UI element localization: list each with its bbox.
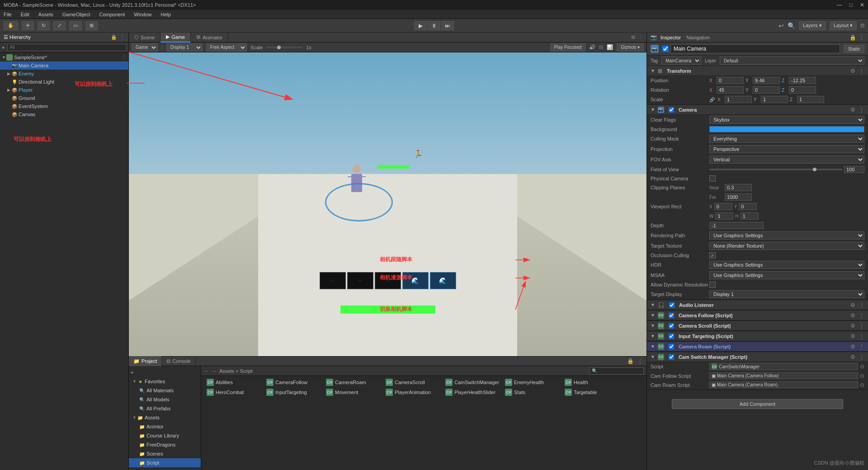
physical-camera-toggle[interactable] (709, 175, 716, 182)
play-focused-btn[interactable]: Play Focused (550, 43, 586, 52)
tree-animtor[interactable]: 📁 Animtor (129, 422, 201, 431)
hdr-select[interactable]: Use Graphics Settings (709, 261, 864, 269)
occlusion-toggle[interactable]: ✓ (709, 252, 716, 258)
cr-settings-icon[interactable]: ⚙ (850, 343, 855, 350)
game-view-select[interactable]: Game (132, 43, 158, 52)
it-settings-icon[interactable]: ⚙ (850, 333, 855, 339)
cam-follow-field[interactable]: ▣ Main Camera (Camera Follow) (709, 372, 858, 379)
scale-tool-btn[interactable]: ⤢ (53, 21, 66, 30)
menu-edit[interactable]: Edit (19, 12, 31, 17)
display-select[interactable]: Display 1 (166, 43, 203, 52)
menu-gameobject[interactable]: GameObject (61, 12, 92, 17)
layer-select[interactable]: Default (720, 56, 864, 65)
hierarchy-item-ground[interactable]: 📦 Ground (0, 94, 128, 102)
cam-switch-header[interactable]: ▼ C# Cam Switch Manager (Script) ⚙ ⋮ (647, 352, 868, 362)
script-ref-field[interactable]: C# CamSwitchManager (709, 363, 858, 370)
view-lock-icon[interactable]: ⊞ (631, 34, 635, 40)
close-btn[interactable]: ✕ (860, 2, 864, 8)
inspector-more-icon[interactable]: ⋮ (859, 34, 864, 41)
rot-z-input[interactable] (789, 86, 816, 94)
camera-roam-header[interactable]: ▼ C# Camera Roam (Script) ⚙ ⋮ (647, 342, 868, 352)
back-icon[interactable]: ← (204, 368, 209, 374)
hierarchy-add-btn[interactable]: + (2, 45, 5, 50)
cf-settings-icon[interactable]: ⚙ (850, 312, 855, 319)
static-button[interactable]: Static (844, 45, 864, 53)
bottom-more-icon[interactable]: ⋮ (637, 358, 643, 364)
hierarchy-item-main-camera[interactable]: 📷 Main Camera (0, 61, 128, 70)
script-abilities[interactable]: C# Abilities (205, 378, 264, 387)
hierarchy-item-directional-light[interactable]: 💡 Directional Light (0, 78, 128, 86)
clear-flags-select[interactable]: Skybox (709, 116, 864, 124)
tree-freedragons[interactable]: 📁 FreeDragons (129, 440, 201, 449)
script-camera-follow[interactable]: C# CameraFollow (264, 378, 323, 387)
audio-settings-icon[interactable]: ⚙ (850, 302, 855, 308)
project-add-btn[interactable]: + (129, 368, 201, 377)
depth-input[interactable] (709, 222, 764, 229)
bottom-lock-icon[interactable]: 🔒 (627, 358, 634, 364)
transform-header[interactable]: ▼ ⊞ Transform ⚙ ⋮ (647, 66, 868, 76)
layers-dropdown[interactable]: Layers ▾ (799, 21, 826, 30)
cs-more-icon[interactable]: ⋮ (859, 323, 864, 329)
undo-icon[interactable]: ↩ (778, 22, 784, 29)
rot-x-input[interactable] (717, 86, 744, 94)
window-controls[interactable]: — □ ✕ (837, 2, 864, 8)
minimize-btn[interactable]: — (837, 2, 842, 8)
audio-icon[interactable]: 🔊 (589, 44, 595, 50)
audio-listener-toggle[interactable] (669, 302, 675, 308)
menu-assets[interactable]: Assets (37, 12, 55, 17)
script-health[interactable]: C# Health (563, 378, 622, 387)
hierarchy-search-input[interactable] (7, 44, 127, 51)
script-camera-scroll[interactable]: C# CameraScroll (384, 378, 443, 387)
cs-settings-icon[interactable]: ⚙ (850, 323, 855, 329)
tag-select[interactable]: MainCamera (661, 56, 701, 65)
script-input-targeting[interactable]: C# InputTargeting (264, 388, 323, 397)
tree-script[interactable]: 📁 Script (129, 458, 201, 467)
aspect-select[interactable]: Free Aspect (206, 43, 247, 52)
audio-more-icon[interactable]: ⋮ (859, 302, 864, 308)
hierarchy-item-enemy[interactable]: ▶ 📦 Enemy (0, 70, 128, 78)
script-ref-target-icon[interactable]: ⊙ (860, 363, 864, 370)
hierarchy-more-icon[interactable]: ⋮ (120, 34, 125, 40)
object-active-toggle[interactable] (662, 46, 669, 52)
csm-settings-icon[interactable]: ⚙ (850, 354, 855, 360)
script-targetable[interactable]: C# Targetable (563, 388, 622, 397)
transform-more-icon[interactable]: ⋮ (859, 68, 864, 74)
pos-x-input[interactable] (717, 77, 744, 84)
script-player-health-slider[interactable]: C# PlayerHealthSlider (443, 388, 502, 397)
cr-more-icon[interactable]: ⋮ (859, 343, 864, 350)
script-stats[interactable]: C# Stats (503, 388, 562, 397)
hierarchy-item-player[interactable]: ▶ 📦 Player (0, 86, 128, 94)
cam-roam-target-icon[interactable]: ⊙ (860, 382, 864, 388)
forward-icon[interactable]: → (212, 368, 217, 374)
menu-file[interactable]: File (2, 12, 14, 17)
rendering-path-select[interactable]: Use Graphics Settings (709, 231, 864, 240)
camera-follow-header[interactable]: ▼ C# Camera Follow (Script) ⚙ ⋮ (647, 310, 868, 320)
scene-more-icon[interactable]: ⋮ (122, 55, 127, 61)
move-tool-btn[interactable]: ✛ (22, 21, 34, 30)
tree-favorites[interactable]: ▼ ★ Favorites (129, 377, 201, 386)
projection-select[interactable]: Perspective (709, 145, 864, 153)
pos-z-input[interactable] (789, 77, 816, 84)
script-cam-switch[interactable]: C# CamSwitchManager (443, 378, 502, 387)
vp-y-input[interactable] (739, 203, 757, 210)
scale-x-input[interactable] (725, 96, 752, 103)
scale-slider[interactable] (266, 47, 302, 48)
tab-animator[interactable]: ⚙ Animator (191, 33, 228, 42)
object-name-input[interactable] (670, 44, 840, 53)
camera-header[interactable]: ▼ 📷 Camera ⚙ ⋮ (647, 105, 868, 115)
step-button[interactable]: ⏭ (441, 21, 454, 30)
rect-tool-btn[interactable]: ▭ (69, 21, 82, 30)
camera-settings-icon[interactable]: ⚙ (850, 107, 855, 113)
msaa-select[interactable]: Use Graphics Settings (709, 271, 864, 279)
tab-console[interactable]: ⊟ Console (162, 356, 195, 366)
audio-listener-header[interactable]: ▼ 🎧 Audio Listener ⚙ ⋮ (647, 300, 868, 310)
target-display-select[interactable]: Display 1 (709, 290, 864, 298)
pause-button[interactable]: ⏸ (428, 21, 440, 30)
hierarchy-lock-icon[interactable]: 🔒 (111, 34, 117, 40)
dock-icon[interactable]: ⊡ (860, 23, 864, 28)
tree-ui[interactable]: 📁 UI (129, 467, 201, 470)
fov-axis-select[interactable]: Vertical (709, 155, 864, 164)
near-input[interactable] (725, 184, 752, 191)
fov-slider[interactable] (709, 169, 842, 170)
script-camera-roam[interactable]: C# CameraRoam (324, 378, 383, 387)
